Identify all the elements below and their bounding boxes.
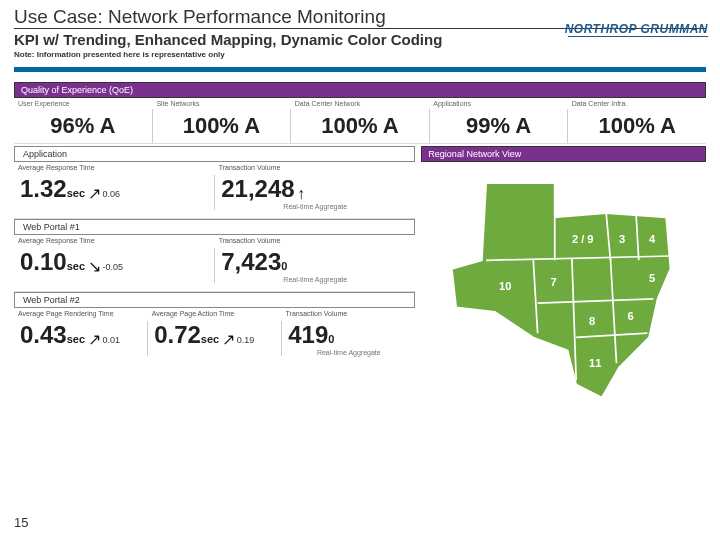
up-arrow-icon: ↗ <box>88 330 101 349</box>
region-1: 1 <box>581 195 587 207</box>
app-response-time[interactable]: 1.32sec ↗0.06 <box>14 175 214 210</box>
up-arrow-icon: ↑ <box>297 185 305 203</box>
texas-map[interactable]: 1 2 / 9 3 4 5 6 7 8 10 11 <box>421 166 706 406</box>
divider-bar <box>14 67 706 72</box>
wp2-render-time[interactable]: 0.43sec ↗0.01 <box>14 321 147 356</box>
region-2-9: 2 / 9 <box>572 233 594 245</box>
qoe-band: Quality of Experience (QoE) <box>14 82 706 98</box>
kpi-val-2[interactable]: 100% A <box>290 109 429 143</box>
up-arrow-icon: ↗ <box>222 330 235 349</box>
region-5: 5 <box>649 272 655 284</box>
qoe-col-1: Site Networks <box>152 98 290 109</box>
logo-underline <box>568 36 708 37</box>
qoe-col-3: Applications <box>429 98 567 109</box>
qoe-col-2: Data Center Network <box>291 98 429 109</box>
region-8: 8 <box>589 315 595 327</box>
wp1-col-0: Average Response Time <box>14 235 215 246</box>
note: Note: Information presented here is repr… <box>14 50 706 59</box>
kpi-val-0[interactable]: 96% A <box>14 109 152 143</box>
app-col-0: Average Response Time <box>14 162 215 173</box>
kpi-val-3[interactable]: 99% A <box>429 109 568 143</box>
app-transaction-volume[interactable]: 21,248 ↑ Real-time Aggregate <box>214 175 415 210</box>
company-logo: NORTHROP GRUMMAN <box>565 22 708 36</box>
kpi-val-1[interactable]: 100% A <box>152 109 291 143</box>
up-arrow-icon: ↗ <box>88 184 101 203</box>
region-6: 6 <box>628 310 634 322</box>
wp2-action-time[interactable]: 0.72sec ↗0.19 <box>147 321 281 356</box>
qoe-col-4: Data Center Infra. <box>568 98 706 109</box>
webportal2-band: Web Portal #2 <box>14 292 415 308</box>
qoe-col-0: User Experience <box>14 98 152 109</box>
map-band: Regional Network View <box>421 146 706 162</box>
wp1-transaction-volume[interactable]: 7,4230 Real-time Aggregate <box>214 248 415 283</box>
app-col-1: Transaction Volume <box>215 162 416 173</box>
page-number: 15 <box>14 515 28 530</box>
wp2-col-2: Transaction Volume <box>282 308 416 319</box>
region-11: 11 <box>589 357 601 369</box>
webportal1-band: Web Portal #1 <box>14 219 415 235</box>
kpi-val-4[interactable]: 100% A <box>567 109 706 143</box>
region-3: 3 <box>619 233 625 245</box>
region-10: 10 <box>499 280 511 292</box>
wp1-col-1: Transaction Volume <box>215 235 416 246</box>
down-arrow-icon: ↘ <box>88 257 101 276</box>
region-4: 4 <box>649 233 656 245</box>
wp2-col-0: Average Page Rendering Time <box>14 308 148 319</box>
wp2-col-1: Average Page Action Time <box>148 308 282 319</box>
region-7: 7 <box>551 276 557 288</box>
application-band: Application <box>14 146 415 162</box>
wp1-response-time[interactable]: 0.10sec ↘-0.05 <box>14 248 214 283</box>
wp2-transaction-volume[interactable]: 4190 Real-time Aggregate <box>281 321 415 356</box>
